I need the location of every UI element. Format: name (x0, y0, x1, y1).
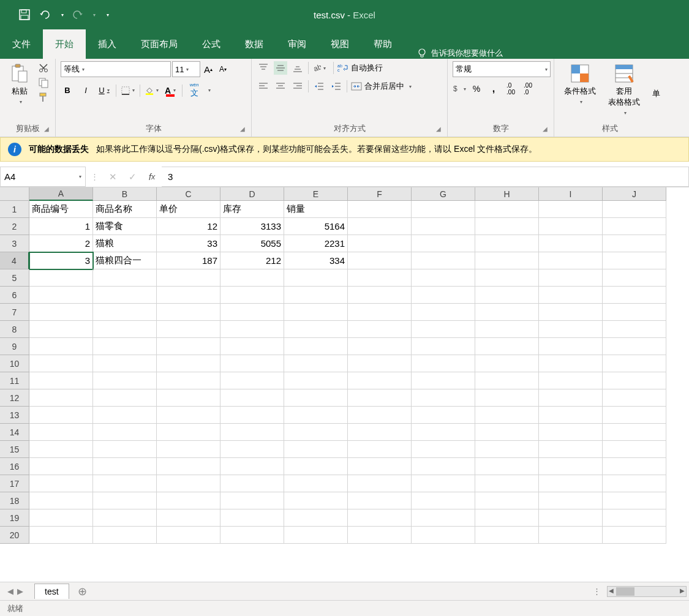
cell-G5[interactable] (412, 269, 475, 287)
cell-H17[interactable] (475, 475, 539, 492)
cell-D16[interactable] (220, 458, 284, 475)
tab-review[interactable]: 审阅 (276, 29, 318, 59)
row-header-1[interactable]: 1 (0, 201, 29, 218)
redo-dropdown-icon[interactable]: ▾ (93, 12, 96, 18)
column-header-E[interactable]: E (284, 187, 348, 201)
cell-H4[interactable] (475, 252, 539, 269)
cell-J2[interactable] (603, 218, 666, 235)
border-button[interactable]: ▾ (121, 84, 135, 97)
cell-A20[interactable] (29, 527, 93, 544)
row-header-6[interactable]: 6 (0, 287, 29, 304)
cell-D3[interactable]: 5055 (220, 235, 284, 252)
column-header-H[interactable]: H (475, 187, 539, 201)
cell-A1[interactable]: 商品编号 (29, 201, 93, 218)
cell-E15[interactable] (284, 441, 348, 458)
cell-G6[interactable] (412, 287, 475, 304)
cell-J7[interactable] (603, 304, 666, 321)
cell-I16[interactable] (539, 458, 603, 475)
cell-I5[interactable] (539, 269, 603, 287)
row-header-10[interactable]: 10 (0, 355, 29, 372)
tab-help[interactable]: 帮助 (361, 29, 404, 59)
row-header-14[interactable]: 14 (0, 424, 29, 441)
redo-button[interactable] (70, 7, 85, 22)
cell-F16[interactable] (348, 458, 412, 475)
cell-A14[interactable] (29, 424, 93, 441)
insert-function-button[interactable]: fx (142, 171, 162, 182)
cell-I10[interactable] (539, 355, 603, 372)
accounting-format-button[interactable]: $▾ (453, 82, 466, 96)
cell-E17[interactable] (284, 475, 348, 492)
cell-B17[interactable] (93, 475, 157, 492)
sheet-options[interactable]: ⋮ (593, 587, 607, 596)
cell-F19[interactable] (348, 509, 412, 527)
cell-A4[interactable]: 3 (29, 252, 93, 269)
cell-J9[interactable] (603, 338, 666, 355)
font-size-combo[interactable]: 11▾ (172, 61, 200, 77)
cell-A13[interactable] (29, 407, 93, 424)
cell-E14[interactable] (284, 424, 348, 441)
cell-G16[interactable] (412, 458, 475, 475)
cell-I3[interactable] (539, 235, 603, 252)
cell-I9[interactable] (539, 338, 603, 355)
cell-B3[interactable]: 猫粮 (93, 235, 157, 252)
undo-button[interactable] (38, 7, 53, 22)
cell-D15[interactable] (220, 441, 284, 458)
row-header-2[interactable]: 2 (0, 218, 29, 235)
cell-H14[interactable] (475, 424, 539, 441)
cell-J15[interactable] (603, 441, 666, 458)
cell-F11[interactable] (348, 372, 412, 389)
cell-A19[interactable] (29, 509, 93, 527)
cell-C13[interactable] (157, 407, 220, 424)
cell-C10[interactable] (157, 355, 220, 372)
cell-D1[interactable]: 库存 (220, 201, 284, 218)
row-header-17[interactable]: 17 (0, 475, 29, 492)
cell-I6[interactable] (539, 287, 603, 304)
row-header-13[interactable]: 13 (0, 407, 29, 424)
cell-G4[interactable] (412, 252, 475, 269)
cell-E4[interactable]: 334 (284, 252, 348, 269)
cell-B4[interactable]: 猫粮四合一 (93, 252, 157, 269)
cell-B14[interactable] (93, 424, 157, 441)
chevron-down-icon[interactable]: ▾ (208, 88, 211, 93)
cell-H1[interactable] (475, 201, 539, 218)
increase-indent-button[interactable] (329, 80, 343, 93)
add-sheet-button[interactable]: ⊕ (78, 585, 87, 598)
font-name-combo[interactable]: 等线▾ (61, 61, 171, 77)
cell-D6[interactable] (220, 287, 284, 304)
cell-A17[interactable] (29, 475, 93, 492)
cell-B13[interactable] (93, 407, 157, 424)
cell-E2[interactable]: 5164 (284, 218, 348, 235)
row-header-16[interactable]: 16 (0, 458, 29, 475)
align-bottom-button[interactable] (291, 61, 304, 75)
cell-I15[interactable] (539, 441, 603, 458)
cell-F10[interactable] (348, 355, 412, 372)
merge-center-button[interactable]: 合并后居中▾ (351, 80, 412, 93)
cell-E11[interactable] (284, 372, 348, 389)
cell-F20[interactable] (348, 527, 412, 544)
cell-A10[interactable] (29, 355, 93, 372)
align-left-button[interactable] (257, 80, 270, 93)
select-all-corner[interactable] (0, 187, 29, 201)
tab-data[interactable]: 数据 (233, 29, 276, 59)
cell-J4[interactable] (603, 252, 666, 269)
number-format-combo[interactable]: 常规▾ (453, 61, 551, 77)
cell-H13[interactable] (475, 407, 539, 424)
qat-customize-icon[interactable]: ▾ (107, 12, 109, 18)
cell-D10[interactable] (220, 355, 284, 372)
cell-A12[interactable] (29, 389, 93, 407)
cell-B18[interactable] (93, 492, 157, 509)
cell-D7[interactable] (220, 304, 284, 321)
cell-I8[interactable] (539, 321, 603, 338)
cell-C17[interactable] (157, 475, 220, 492)
cell-E6[interactable] (284, 287, 348, 304)
tab-home[interactable]: 开始 (43, 29, 86, 59)
cell-C16[interactable] (157, 458, 220, 475)
cell-F18[interactable] (348, 492, 412, 509)
cell-E1[interactable]: 销量 (284, 201, 348, 218)
cell-D13[interactable] (220, 407, 284, 424)
cell-C4[interactable]: 187 (157, 252, 220, 269)
cell-A8[interactable] (29, 321, 93, 338)
cell-E13[interactable] (284, 407, 348, 424)
cell-D19[interactable] (220, 509, 284, 527)
cell-B16[interactable] (93, 458, 157, 475)
